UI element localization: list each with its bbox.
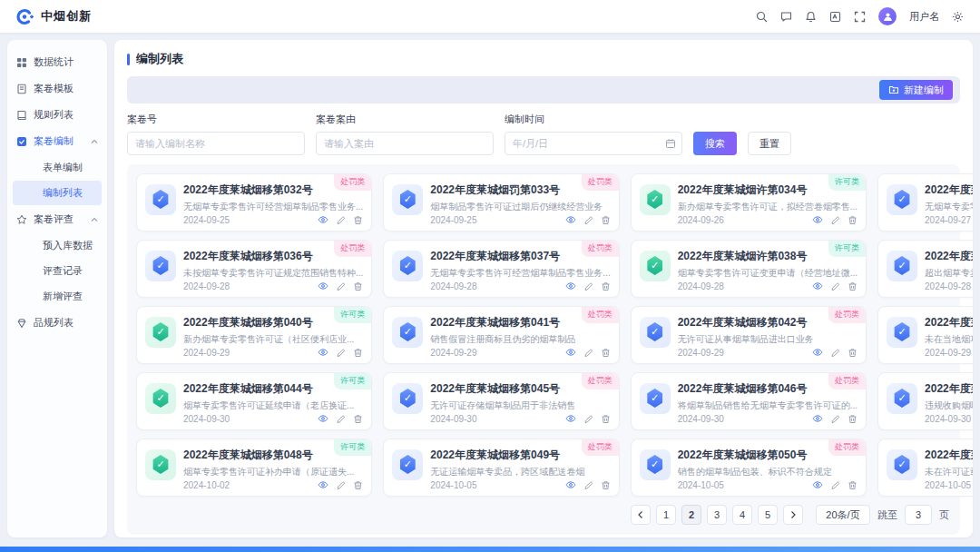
eye-icon[interactable] — [565, 413, 576, 424]
case-card-12[interactable]: 许可类✓2022年度莱城烟移第044号烟草专卖零售许可证延续申请（老店换证...… — [136, 372, 372, 430]
eye-icon[interactable] — [318, 281, 328, 291]
eye-icon[interactable] — [318, 347, 328, 358]
trash-icon[interactable] — [848, 414, 858, 424]
sidebar-item-5[interactable]: 品规列表 — [7, 310, 107, 336]
eye-icon[interactable] — [565, 347, 576, 358]
pagination-page-2[interactable]: 2 — [681, 505, 701, 525]
case-card-16[interactable]: 许可类✓2022年度莱城烟移第048号烟草专卖零售许可证补办申请（原证遗失...… — [136, 439, 372, 497]
edit-pencil-icon[interactable] — [583, 348, 593, 358]
case-card-19[interactable]: 处罚类✓2022年度莱城烟移第051号未在许可证载明的经营场所销售烟草制品202… — [877, 439, 973, 497]
pagination-prev-button[interactable] — [631, 505, 651, 525]
calendar-icon[interactable] — [665, 138, 676, 149]
gear-icon[interactable] — [952, 11, 964, 23]
trash-icon[interactable] — [601, 215, 611, 225]
eye-icon[interactable] — [812, 413, 823, 424]
eye-icon[interactable] — [565, 479, 576, 490]
edit-pencil-icon[interactable] — [830, 414, 840, 424]
case-card-1[interactable]: 处罚类✓2022年度莱城烟罚第033号烟草制品零售许可证过期后仍继续经营业务20… — [383, 173, 619, 232]
message-icon[interactable] — [780, 11, 792, 23]
trash-icon[interactable] — [601, 281, 611, 291]
edit-pencil-icon[interactable] — [830, 480, 840, 490]
edit-pencil-icon[interactable] — [830, 215, 840, 225]
eye-icon[interactable] — [318, 479, 328, 490]
trash-icon[interactable] — [353, 480, 363, 490]
edit-pencil-icon[interactable] — [830, 348, 840, 358]
eye-icon[interactable] — [812, 479, 823, 490]
trash-icon[interactable] — [353, 215, 363, 225]
case-card-5[interactable]: 处罚类✓2022年度莱城烟移第037号无烟草专卖零售许可经营烟草制品零售业务..… — [383, 240, 619, 298]
trash-icon[interactable] — [353, 414, 363, 424]
user-avatar[interactable] — [878, 7, 897, 25]
trash-icon[interactable] — [848, 480, 858, 490]
sidebar-subitem-4-0[interactable]: 预入库数据 — [13, 233, 102, 258]
card-footer: 2024-10-05 — [925, 479, 973, 490]
eye-icon[interactable] — [318, 214, 328, 225]
sidebar-item-4[interactable]: 案卷评查 — [7, 206, 107, 232]
case-card-7[interactable]: 处罚类✓2022年度莱城烟移第039号超出烟草专卖零售许可证核定地域范围开展..… — [877, 240, 973, 298]
sidebar-item-3[interactable]: 案卷编制 — [7, 128, 107, 154]
sidebar-subitem-3-0[interactable]: 表单编制 — [13, 155, 102, 180]
case-card-4[interactable]: 处罚类✓2022年度莱城烟移第036号未按烟草专卖零售许可证规定范围销售特种..… — [136, 240, 372, 298]
eye-icon[interactable] — [812, 214, 823, 225]
new-compilation-button[interactable]: 新建编制 — [879, 80, 953, 100]
eye-icon[interactable] — [318, 413, 328, 424]
reset-button[interactable]: 重置 — [748, 132, 791, 155]
pagination-page-3[interactable]: 3 — [707, 505, 727, 525]
sidebar-subitem-4-2[interactable]: 新增评查 — [13, 284, 102, 309]
sidebar-item-2[interactable]: 规则列表 — [7, 102, 107, 128]
bell-icon[interactable] — [805, 11, 817, 23]
edit-pencil-icon[interactable] — [336, 414, 346, 424]
pagination-page-5[interactable]: 5 — [758, 505, 778, 525]
fullscreen-icon[interactable] — [854, 11, 866, 23]
case-card-17[interactable]: 处罚类✓2022年度莱城烟移第049号无证运输烟草专卖品，跨区域配送卷烟2024… — [383, 439, 619, 497]
case-no-input[interactable] — [127, 132, 305, 155]
sidebar-subitem-4-1[interactable]: 评查记录 — [13, 259, 102, 283]
jump-page-input[interactable] — [905, 505, 932, 525]
search-button[interactable]: 搜索 — [693, 132, 737, 155]
case-card-10[interactable]: 处罚类✓2022年度莱城烟移第042号无许可证从事烟草制品进出口业务2024-0… — [631, 306, 867, 364]
cause-input[interactable] — [316, 132, 494, 155]
edit-pencil-icon[interactable] — [583, 215, 593, 225]
pagination-page-4[interactable]: 4 — [732, 505, 752, 525]
case-card-13[interactable]: 处罚类✓2022年度莱城烟移第045号无许可证存储烟草制品用于非法销售2024-… — [383, 372, 619, 430]
edit-pencil-icon[interactable] — [830, 281, 840, 291]
case-card-3[interactable]: 处罚类✓2022年度莱城烟移第035号无烟草专卖零售许可证，通过网络平台售卖..… — [877, 173, 973, 232]
trash-icon[interactable] — [601, 348, 611, 358]
case-card-14[interactable]: 处罚类✓2022年度莱城烟移第046号将烟草制品销售给无烟草专卖零售许可证的..… — [631, 372, 867, 430]
trash-icon[interactable] — [353, 348, 363, 358]
date-input[interactable] — [505, 132, 682, 155]
sidebar-item-1[interactable]: 案卷模板 — [7, 75, 107, 102]
sidebar-item-0[interactable]: 数据统计 — [7, 49, 107, 75]
edit-pencil-icon[interactable] — [583, 480, 593, 490]
sidebar-subitem-3-1[interactable]: 编制列表 — [13, 181, 102, 205]
case-card-9[interactable]: 处罚类✓2022年度莱城烟移第041号销售假冒注册商标且伪劣的烟草制品2024-… — [383, 306, 619, 364]
trash-icon[interactable] — [848, 348, 858, 358]
eye-icon[interactable] — [812, 281, 823, 291]
trash-icon[interactable] — [353, 281, 363, 291]
edit-pencil-icon[interactable] — [583, 281, 593, 291]
case-card-11[interactable]: 处罚类✓2022年度莱城烟移第043号未在当地烟草专卖批发企业进货，私自采购..… — [877, 306, 973, 364]
search-icon[interactable] — [756, 11, 768, 23]
edit-pencil-icon[interactable] — [336, 215, 346, 225]
edit-pencil-icon[interactable] — [583, 414, 593, 424]
case-card-0[interactable]: 处罚类✓2022年度莱城烟移第032号无烟草专卖零售许可经营烟草制品零售业务..… — [136, 173, 372, 232]
edit-pencil-icon[interactable] — [336, 480, 346, 490]
case-card-18[interactable]: 处罚类✓2022年度莱城烟移第050号销售的烟草制品包装、标识不符合规定2024… — [631, 439, 867, 497]
edit-pencil-icon[interactable] — [336, 281, 346, 291]
edit-pencil-icon[interactable] — [336, 348, 346, 358]
page-size-select[interactable]: 20条/页 — [816, 505, 870, 525]
trash-icon[interactable] — [848, 281, 858, 291]
pagination-page-1[interactable]: 1 — [656, 505, 676, 525]
locale-icon[interactable] — [829, 11, 841, 23]
case-card-15[interactable]: 处罚类✓2022年度莱城烟移第047号违规收购烟叶，未通过指定渠道交易2024-… — [877, 372, 973, 430]
case-card-2[interactable]: 许可类✓2022年度莱城烟许第034号新办烟草专卖零售许可证，拟经营卷烟零售..… — [631, 173, 867, 232]
trash-icon[interactable] — [601, 414, 611, 424]
eye-icon[interactable] — [565, 281, 576, 291]
eye-icon[interactable] — [812, 347, 823, 358]
case-card-6[interactable]: 许可类✓2022年度莱城烟许第038号烟草专卖零售许可证变更申请（经营地址微..… — [631, 240, 867, 298]
eye-icon[interactable] — [565, 214, 576, 225]
pagination-next-button[interactable] — [783, 505, 803, 525]
trash-icon[interactable] — [601, 480, 611, 490]
case-card-8[interactable]: 许可类✓2022年度莱城烟移第040号新办烟草专卖零售许可证（社区便利店业...… — [136, 306, 372, 364]
trash-icon[interactable] — [848, 215, 858, 225]
